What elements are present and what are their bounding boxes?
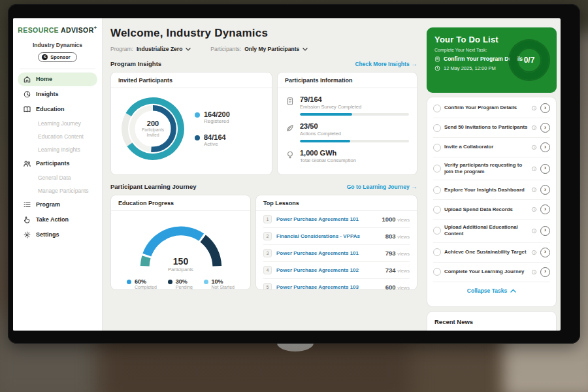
task-open-button[interactable]: › (540, 248, 550, 257)
info-icon[interactable] (531, 166, 537, 172)
resource-advisor-logo: RESOURCE ADVISOR+ (13, 25, 102, 34)
gauge-legend-item-pending: 30% Pending (168, 278, 193, 289)
task-open-button[interactable]: › (540, 142, 550, 152)
sidebar-item-education[interactable]: Education (18, 103, 97, 116)
top-lessons-title: Top Lessons (256, 195, 417, 211)
check-more-insights-link[interactable]: Check More Insights → (355, 60, 417, 67)
info-icon[interactable] (531, 105, 537, 111)
sidebar-item-participants[interactable]: Participants (18, 157, 97, 171)
sidebar-item-education-content[interactable]: Education Content (18, 131, 97, 142)
task-checkbox[interactable] (433, 165, 441, 172)
task-checkbox[interactable] (433, 268, 441, 276)
sidebar-nav: HomeInsightsEducationLearning JourneyEdu… (13, 73, 102, 242)
task-checkbox[interactable] (433, 144, 441, 152)
participants-dropdown[interactable]: Only My Participants (244, 46, 308, 52)
task-open-button[interactable]: › (540, 267, 550, 277)
todo-progress-ring: 0/7 (510, 41, 549, 80)
task-checkbox[interactable] (433, 186, 441, 194)
task-checkbox[interactable] (433, 105, 441, 112)
program-dropdown[interactable]: Industrialize Zero (137, 46, 191, 52)
info-icon[interactable] (531, 144, 537, 150)
lesson-views: 803 views (385, 233, 410, 240)
lesson-link[interactable]: Power Purchase Agreements 101 (276, 250, 381, 256)
lesson-rank: 5 (263, 283, 272, 290)
go-to-learning-journey-link[interactable]: Go to Learning Journey → (347, 183, 417, 190)
legend-value: 60% (135, 278, 157, 285)
task-row-upload-additional-educational-content[interactable]: Upload Additional Educational Content › (433, 220, 550, 242)
lesson-link[interactable]: Power Purchase Agreements 102 (276, 267, 381, 273)
learning-journey-header: Participant Learning Journey Go to Learn… (110, 183, 417, 190)
task-row-upload-spend-data-records[interactable]: Upload Spend Data Records › (433, 200, 550, 220)
stat-progress-track (300, 140, 409, 142)
consumption-icon (286, 150, 295, 159)
task-list-card: Confirm Your Program Details › Send 50 I… (427, 97, 557, 307)
sidebar-item-take-action[interactable]: Take Action (18, 213, 97, 227)
lesson-row-2: 2 Financial Considerations - VPPAs 803 v… (263, 228, 410, 245)
task-open-button[interactable]: › (540, 204, 550, 214)
program-dropdown-value: Industrialize Zero (137, 46, 182, 52)
actions-icon (286, 123, 295, 133)
legend-value: 10% (212, 278, 235, 285)
sidebar-item-label: Insights (36, 91, 59, 97)
info-icon[interactable] (531, 250, 537, 255)
info-icon[interactable] (531, 187, 537, 193)
participants-information-stats: 79/164 Emission Survey Completed 23/50 A… (278, 88, 417, 171)
sidebar-item-manage-participants[interactable]: Manage Participants (18, 185, 97, 197)
info-icon[interactable] (531, 206, 537, 212)
lesson-views: 793 views (385, 250, 410, 257)
task-checkbox[interactable] (433, 227, 441, 235)
sidebar-item-label: Education (36, 106, 65, 112)
invited-participants-body: 200 Participants Invited 164/200 Registe… (111, 88, 272, 169)
sidebar-item-settings[interactable]: Settings (18, 228, 97, 242)
lesson-link[interactable]: Power Purchase Agreements 101 (276, 216, 377, 222)
task-checkbox[interactable] (433, 206, 441, 214)
info-icon[interactable] (531, 125, 537, 131)
learning-card-row: Education Progress 150 Participants 60% … (110, 195, 417, 290)
task-open-button[interactable]: › (540, 185, 550, 195)
participants-dropdown-value: Only My Participants (244, 46, 299, 52)
sponsor-badge[interactable]: S Sponsor (38, 52, 76, 62)
invited-total-label: Participants Invited (136, 127, 170, 139)
lesson-row-5: 5 Power Purchase Agreements 103 600 view… (263, 279, 410, 290)
sponsor-badge-label: Sponsor (50, 54, 70, 60)
task-row-invite-a-collaborator[interactable]: Invite a Collaborator › (433, 138, 550, 157)
sidebar-item-learning-journey[interactable]: Learning Journey (18, 118, 97, 129)
task-open-button[interactable]: › (540, 123, 550, 133)
task-row-complete-your-learning-journey[interactable]: Complete Your Learning Journey › (433, 263, 550, 282)
info-icon[interactable] (531, 228, 537, 234)
logo-plus: + (94, 25, 97, 31)
collapse-tasks-link[interactable]: Collapse Tasks (433, 282, 550, 297)
program-insights-title: Program Insights (110, 60, 161, 67)
task-checkbox[interactable] (433, 248, 441, 256)
sidebar-item-insights[interactable]: Insights (18, 88, 97, 101)
sidebar-item-label: Settings (36, 231, 59, 238)
education-icon (23, 105, 31, 114)
education-progress-body: 150 Participants 60% Completed 30% Pendi… (111, 211, 250, 289)
logo-secondary: ADVISOR (61, 26, 94, 34)
task-row-verify-participants-requesting-to-join-the-program[interactable]: Verify participants requesting to join t… (433, 157, 550, 180)
insights-icon (23, 90, 31, 99)
lesson-row-1: 1 Power Purchase Agreements 101 1000 vie… (263, 211, 410, 228)
education-progress-card: Education Progress 150 Participants 60% … (110, 195, 251, 290)
sidebar-item-home[interactable]: Home (18, 73, 97, 86)
lesson-views-word: views (397, 234, 410, 240)
arrow-right-icon: → (411, 60, 417, 67)
task-checkbox[interactable] (433, 124, 441, 132)
sidebar-item-program[interactable]: Program (18, 198, 97, 212)
task-open-button[interactable]: › (540, 226, 550, 236)
task-row-confirm-your-program-details[interactable]: Confirm Your Program Details › (433, 99, 550, 118)
task-open-button[interactable]: › (540, 164, 550, 174)
task-open-button[interactable]: › (540, 103, 550, 113)
task-row-send-50-invitations-to-participants[interactable]: Send 50 Invitations to Participants › (433, 118, 550, 138)
info-icon[interactable] (531, 269, 537, 275)
legend-label: Active (204, 141, 226, 147)
task-row-explore-your-insights-dashboard[interactable]: Explore Your Insights Dashboard › (433, 180, 550, 200)
sidebar-item-learning-insights[interactable]: Learning Insights (18, 144, 97, 155)
monitor-bezel: RESOURCE ADVISOR+ Industry Dynamics S Sp… (8, 4, 580, 344)
lesson-link[interactable]: Financial Considerations - VPPAs (276, 233, 381, 239)
participants-icon (23, 159, 31, 168)
lesson-link[interactable]: Power Purchase Agreements 103 (276, 284, 381, 290)
task-label: Complete Your Learning Journey (444, 269, 528, 275)
task-row-achieve-one-sustainability-target[interactable]: Achieve One Sustainability Target › (433, 243, 550, 263)
sidebar-item-general-data[interactable]: General Data (18, 172, 97, 184)
